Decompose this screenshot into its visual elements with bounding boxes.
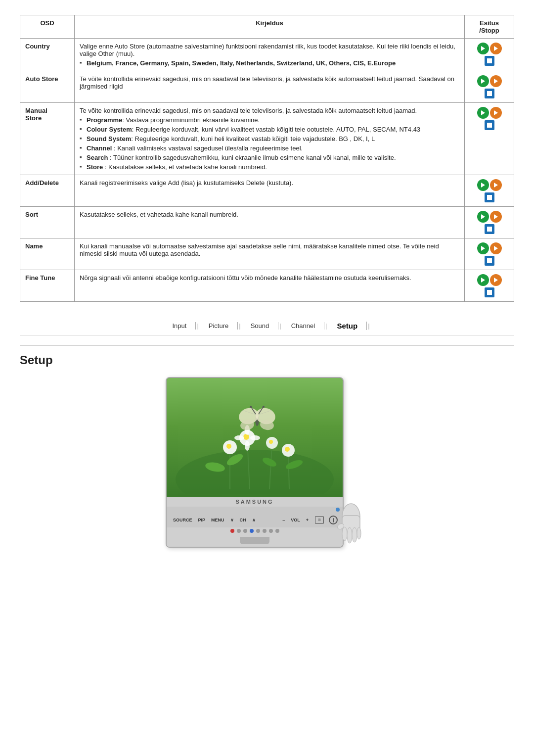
tv-controls: SOURCE PIP MENU ∨ CH ∧ – VOL + ⊞ bbox=[167, 513, 343, 527]
row-content-sort: Kasutatakse selleks, et vahetada kahe ka… bbox=[75, 207, 465, 238]
play-btn-orange bbox=[490, 179, 502, 191]
row-content-adddelete: Kanali registreerimiseks valige Add (lis… bbox=[75, 175, 465, 207]
tv-scene-svg bbox=[171, 380, 339, 494]
row-label-adddelete: Add/Delete bbox=[20, 175, 75, 207]
tv-frame: SAMSUNG SOURCE PIP MENU ∨ CH ∧ – VOL + ⊞ bbox=[166, 377, 344, 548]
row-content-country: Valige enne Auto Store (automaatne salve… bbox=[75, 39, 465, 71]
svg-point-8 bbox=[243, 434, 249, 440]
play-btn-green bbox=[477, 274, 489, 286]
row-label-manualstore: Manual Store bbox=[20, 103, 75, 175]
row-content-name: Kui kanali manuaalse või automaatse salv… bbox=[75, 238, 465, 270]
section-divider bbox=[20, 345, 514, 346]
header-kirjeldus: Kirjeldus bbox=[75, 15, 465, 39]
table-row: Name Kui kanali manuaalse või automaatse… bbox=[20, 238, 514, 270]
row-content-autostore: Te võite kontrollida erinevaid sagedusi,… bbox=[75, 71, 465, 103]
play-btn-orange bbox=[490, 242, 502, 254]
row-icon-finetune bbox=[465, 270, 514, 302]
tv-screen bbox=[167, 378, 343, 497]
ctrl-pip[interactable]: PIP bbox=[197, 517, 207, 523]
ctrl-ch-down[interactable]: ∨ bbox=[229, 517, 235, 523]
play-btn-green bbox=[477, 211, 489, 223]
ctrl-menu[interactable]: MENU bbox=[210, 517, 226, 523]
svg-point-15 bbox=[234, 435, 244, 440]
stop-btn-blue bbox=[485, 56, 494, 66]
setup-title: Setup bbox=[20, 353, 514, 367]
header-osd: OSD bbox=[20, 15, 75, 39]
svg-point-36 bbox=[352, 527, 357, 542]
tv-stand bbox=[167, 534, 343, 547]
tv-illustration: SAMSUNG SOURCE PIP MENU ∨ CH ∧ – VOL + ⊞ bbox=[20, 377, 514, 548]
row-label-name: Name bbox=[20, 238, 75, 270]
light-dot-2 bbox=[243, 529, 247, 533]
ctrl-vol-label: VOL bbox=[289, 517, 302, 523]
table-row: Sort Kasutatakse selleks, et vahetada ka… bbox=[20, 207, 514, 238]
light-dot-blue bbox=[250, 529, 254, 533]
row-label-finetune: Fine Tune bbox=[20, 270, 75, 302]
table-row: Fine Tune Nõrga signaali või antenni eba… bbox=[20, 270, 514, 302]
table-row: Country Valige enne Auto Store (automaat… bbox=[20, 39, 514, 71]
ctrl-source[interactable]: SOURCE bbox=[172, 517, 194, 523]
nav-item-channel[interactable]: Channel bbox=[282, 322, 324, 330]
ctrl-ch-label: CH bbox=[238, 517, 248, 523]
nav-item-picture[interactable]: Picture bbox=[200, 322, 238, 330]
svg-point-12 bbox=[285, 447, 290, 452]
play-btn-orange bbox=[490, 75, 502, 87]
remote-area bbox=[334, 502, 368, 548]
stop-btn-blue bbox=[485, 224, 494, 234]
svg-point-27 bbox=[263, 406, 265, 408]
table-row: Add/Delete Kanali registreerimiseks vali… bbox=[20, 175, 514, 207]
stop-btn-blue bbox=[485, 256, 494, 266]
light-dot-4 bbox=[263, 529, 267, 533]
osd-table: OSD Kirjeldus Esitus /Stopp Country Vali… bbox=[20, 15, 514, 302]
table-row: Auto Store Te võite kontrollida erinevai… bbox=[20, 71, 514, 103]
row-label-sort: Sort bbox=[20, 207, 75, 238]
row-icon-name bbox=[465, 238, 514, 270]
tv-bottom-lights bbox=[167, 527, 343, 534]
light-dot-5 bbox=[269, 529, 273, 533]
play-btn-orange bbox=[490, 107, 502, 119]
play-btn-orange bbox=[490, 274, 502, 286]
row-icon-adddelete bbox=[465, 175, 514, 207]
svg-point-25 bbox=[250, 406, 252, 408]
play-btn-green bbox=[477, 43, 489, 54]
ctrl-vol-minus[interactable]: – bbox=[281, 517, 286, 523]
nav-item-setup[interactable]: Setup bbox=[328, 322, 367, 330]
row-icon-sort bbox=[465, 207, 514, 238]
svg-point-37 bbox=[357, 527, 361, 539]
ctrl-vol-plus[interactable]: + bbox=[305, 517, 310, 523]
table-row: Manual Store Te võite kontrollida erinev… bbox=[20, 103, 514, 175]
svg-point-0 bbox=[176, 450, 334, 494]
row-content-finetune: Nõrga signaali või antenni ebaõige konfi… bbox=[75, 270, 465, 302]
row-content-manualstore: Te võite kontrollida erinevaid sagedusi,… bbox=[75, 103, 465, 175]
light-dot-6 bbox=[275, 529, 279, 533]
play-btn-orange bbox=[490, 43, 502, 54]
nav-item-input[interactable]: Input bbox=[163, 322, 196, 330]
nav-bar: Input | Picture | Sound | Channel | Setu… bbox=[20, 317, 514, 335]
play-btn-orange bbox=[490, 211, 502, 223]
light-dot-3 bbox=[256, 529, 260, 533]
row-icon-country bbox=[465, 39, 514, 71]
tv-brand: SAMSUNG bbox=[167, 497, 343, 507]
ctrl-ch-up[interactable]: ∧ bbox=[251, 517, 257, 523]
svg-point-35 bbox=[347, 527, 352, 543]
stop-btn-blue bbox=[485, 287, 494, 297]
play-btn-green bbox=[477, 107, 489, 119]
nav-item-sound[interactable]: Sound bbox=[242, 322, 279, 330]
play-btn-green bbox=[477, 242, 489, 254]
stop-btn-blue bbox=[485, 89, 494, 98]
row-label-country: Country bbox=[20, 39, 75, 71]
svg-point-14 bbox=[245, 441, 250, 451]
play-btn-green bbox=[477, 179, 489, 191]
row-icon-manualstore bbox=[465, 103, 514, 175]
row-icon-autostore bbox=[465, 71, 514, 103]
setup-section: Setup bbox=[20, 353, 514, 548]
ctrl-display-btn[interactable]: ⊞ bbox=[315, 516, 324, 524]
row-label-autostore: Auto Store bbox=[20, 71, 75, 103]
light-dot-1 bbox=[237, 529, 241, 533]
svg-point-10 bbox=[269, 440, 273, 444]
stop-btn-blue bbox=[485, 120, 494, 130]
light-dot-red bbox=[230, 529, 234, 533]
svg-point-16 bbox=[250, 435, 260, 440]
svg-point-34 bbox=[342, 527, 347, 541]
play-btn-green bbox=[477, 75, 489, 87]
